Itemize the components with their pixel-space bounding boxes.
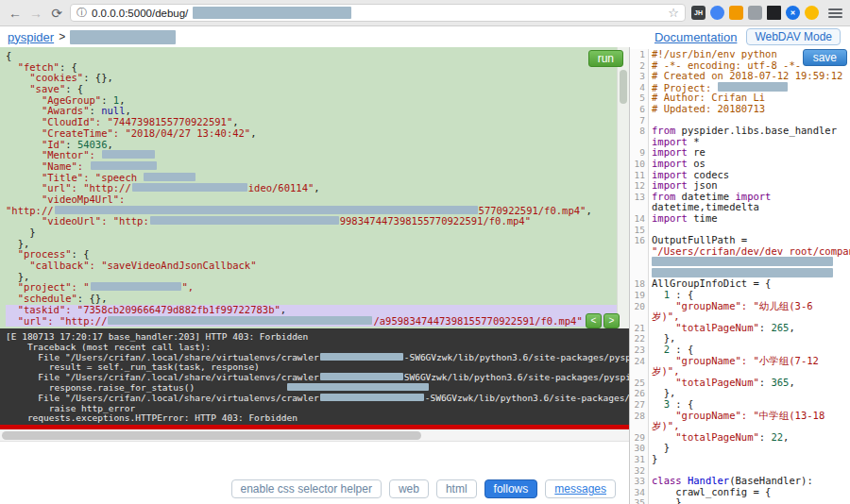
task-json-editor[interactable]: { "fetch": { "cookies": {}, "save": { "A…	[0, 47, 629, 328]
line-number: 28	[630, 411, 649, 422]
redacted-url-part	[193, 7, 351, 19]
line-number	[630, 421, 649, 432]
line-number	[630, 137, 649, 148]
code-line	[630, 257, 850, 268]
webdav-mode-button[interactable]: WebDAV Mode	[746, 28, 841, 45]
reload-icon[interactable]: ⟳	[49, 6, 64, 21]
line-number: 27	[630, 399, 649, 411]
blue-extension-icon[interactable]	[710, 6, 724, 20]
line-number: 19	[630, 290, 649, 301]
yellow-extension-icon[interactable]	[805, 6, 819, 20]
redacted-text	[132, 183, 247, 192]
left-pane: { "fetch": { "cookies": {}, "save": { "A…	[0, 47, 629, 504]
line-number: 11	[630, 170, 649, 181]
task-json-line: "cookies": {},	[6, 73, 629, 84]
line-number: 31	[630, 454, 649, 465]
x-extension-icon[interactable]: ✕	[786, 6, 800, 20]
gray-extension-icon[interactable]	[748, 6, 762, 20]
line-number: 24	[630, 356, 649, 367]
bookmark-star-icon[interactable]: ☆	[668, 6, 679, 20]
line-number	[630, 366, 649, 378]
line-number: 22	[630, 333, 649, 344]
line-number: 1	[630, 49, 649, 60]
collapse-left-button[interactable]: <	[586, 313, 602, 328]
line-number: 14	[630, 213, 649, 225]
line-number	[630, 257, 649, 268]
console-scrollbar-thumb[interactable]	[2, 431, 421, 440]
url-text: 0.0.0.0:5000/debug/	[92, 8, 188, 19]
line-number: 12	[630, 180, 649, 192]
console-line: requests.exceptions.HTTPError: HTTP 403:…	[6, 413, 629, 424]
task-json-line: {	[6, 51, 629, 62]
line-number	[630, 268, 649, 279]
line-number	[630, 246, 649, 258]
line-number: 21	[630, 323, 649, 334]
code-line: 30 }	[630, 443, 850, 454]
script-code-editor[interactable]: 1#!/usr/bin/env python2# -*- encoding: u…	[630, 47, 850, 504]
task-json-line: "url": "http:///a95983474473981557709225…	[6, 316, 629, 328]
redacted-text	[144, 173, 196, 181]
line-number: 6	[630, 104, 649, 115]
save-button[interactable]: save	[803, 49, 847, 66]
redacted-text	[320, 373, 403, 380]
line-number: 16	[630, 235, 649, 246]
url-bar[interactable]: ⓘ 0.0.0.0:5000/debug/ ☆	[70, 4, 686, 22]
redacted-text	[718, 82, 788, 92]
messages-button[interactable]: messages	[545, 479, 616, 498]
code-line: 31}	[630, 454, 850, 465]
jh-extension-icon[interactable]: JH	[691, 6, 706, 20]
task-editor-scrollbar-thumb[interactable]	[620, 70, 627, 104]
line-number	[630, 311, 649, 323]
web-button[interactable]: web	[389, 479, 429, 498]
line-number: 15	[630, 225, 649, 236]
redacted-text	[91, 282, 181, 291]
page-info-icon[interactable]: ⓘ	[76, 6, 87, 20]
task-json-line: }	[6, 227, 629, 239]
debug-tab-buttons: enable css selector helperwebhtmlfollows…	[0, 442, 629, 504]
line-number: 33	[630, 476, 649, 487]
html-button[interactable]: html	[436, 479, 477, 498]
collapse-right-button[interactable]: >	[604, 313, 620, 328]
line-number: 13	[630, 192, 649, 203]
line-number: 23	[630, 344, 649, 356]
line-number: 9	[630, 147, 649, 159]
forward-icon[interactable]: →	[28, 6, 43, 21]
documentation-link[interactable]: Documentation	[654, 30, 737, 44]
css-selector-helper-button[interactable]: enable css selector helper	[231, 479, 382, 498]
redacted-text	[55, 206, 478, 214]
task-editor-scrollbar[interactable]	[617, 47, 629, 328]
traceback-console: [E 180713 17:20:17 base_handler:203] HTT…	[0, 328, 629, 425]
code-line: 35 }	[630, 497, 850, 504]
line-number: 3	[630, 71, 649, 82]
task-json-line: },	[6, 272, 629, 283]
task-json-line: "Mentor":	[6, 150, 629, 161]
redacted-text	[150, 216, 339, 225]
code-line: 6# Updated: 20180713	[630, 104, 850, 115]
line-number: 8	[630, 126, 649, 137]
line-number: 30	[630, 443, 649, 454]
run-button[interactable]: run	[588, 50, 623, 67]
line-number: 35	[630, 497, 649, 504]
redacted-text	[108, 316, 372, 325]
line-number: 34	[630, 487, 649, 498]
panel-resize-buttons: < >	[586, 313, 620, 328]
code-line: "/Users/crifan/dev/dev_root/compan	[630, 246, 850, 258]
redacted-text	[287, 383, 429, 391]
line-number: 18	[630, 278, 649, 290]
redacted-text	[652, 268, 833, 277]
redacted-project-name	[70, 30, 176, 44]
pyspider-home-link[interactable]: pyspider	[8, 30, 54, 44]
qr-extension-icon[interactable]	[767, 6, 781, 20]
back-icon[interactable]: ←	[8, 6, 23, 21]
redacted-text	[91, 161, 157, 170]
orange-extension-icon[interactable]	[729, 6, 743, 20]
task-json-line: "callback": "saveVideoAndJsonCallback"	[6, 260, 629, 272]
line-number: 7	[630, 115, 649, 126]
line-number: 25	[630, 378, 649, 389]
debug-main: { "fetch": { "cookies": {}, "save": { "A…	[0, 47, 850, 504]
line-number: 4	[630, 82, 649, 93]
app-header: pyspider > Documentation WebDAV Mode	[0, 26, 850, 47]
follows-button[interactable]: follows	[484, 479, 538, 498]
console-horizontal-scrollbar[interactable]	[0, 429, 629, 442]
menu-icon[interactable]	[828, 8, 842, 18]
